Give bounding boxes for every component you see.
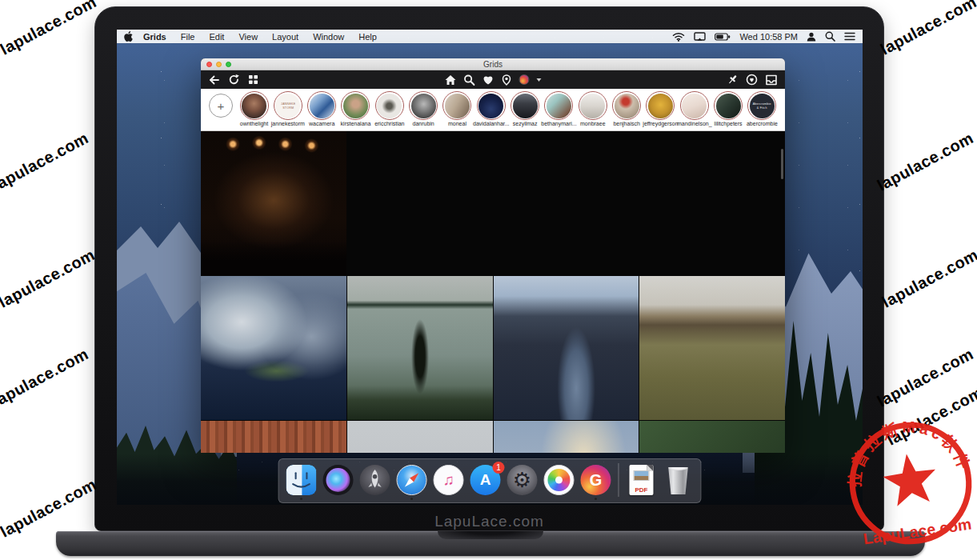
stories-list: ownthelightJANNEKE STORMjannekestormwaca… [238,91,779,126]
chevron-down-icon[interactable] [537,78,542,82]
add-story-button[interactable]: + [209,94,233,118]
photo-deer-in-field[interactable] [639,276,785,420]
dock-pdf-file[interactable]: PDF [627,465,657,495]
finder-icon [286,465,317,495]
photo-lake-bather[interactable] [347,276,493,420]
menu-file[interactable]: File [174,32,202,42]
story-username: ericchristian [374,121,404,126]
story-avatar: JANNEKE STORM [275,94,300,118]
story-username: kirstenalana [341,121,371,126]
menu-edit[interactable]: Edit [202,32,231,42]
dock-finder[interactable] [286,465,317,495]
itunes-note-icon: ♫ [434,465,464,495]
dock-safari[interactable] [397,465,427,495]
inbox-icon[interactable] [765,74,778,86]
macbook-base [56,531,925,556]
menu-view[interactable]: View [231,32,265,42]
photo-white-flower[interactable] [494,131,639,275]
likes-heart-icon[interactable] [482,74,495,85]
story-item[interactable]: moneal [441,91,474,126]
story-item[interactable]: wacamera [306,91,338,126]
dock-system-preferences[interactable]: ⚙ [507,465,538,495]
photo-river-valley-dusk[interactable] [494,276,639,420]
menu-window[interactable]: Window [306,32,351,42]
dock-trash[interactable] [663,465,694,495]
apple-menu-icon[interactable] [124,31,133,42]
brand-label: LapuLace.com [95,513,883,530]
story-username: wacamera [309,121,334,126]
photo-woman-by-window[interactable] [639,131,785,275]
search-icon[interactable] [825,31,835,42]
notification-center-icon[interactable] [844,32,855,41]
story-avatar [242,94,266,118]
dock-divider [619,463,619,497]
story-item[interactable]: lilitchpeters [712,91,745,126]
story-item[interactable]: ericchristian [373,91,406,126]
story-item[interactable]: davidalanhar... [474,91,507,126]
grid-view-icon[interactable] [248,74,258,85]
photo-green-forest[interactable] [639,421,785,453]
story-item[interactable]: sezyilmaz [509,91,542,126]
story-item[interactable]: bethanymari... [543,91,575,126]
photo-concert-stage-lights[interactable] [201,131,346,275]
photos-flower-icon [544,465,575,495]
pin-icon[interactable] [727,74,739,86]
photo-woman-orange-dress[interactable] [347,131,493,275]
activity-heart-icon[interactable] [746,74,758,86]
photo-red-rock-texture[interactable] [201,421,346,453]
story-avatar [547,94,571,118]
profile-avatar[interactable] [519,74,530,85]
story-item[interactable]: danrubin [407,91,440,126]
dock: ♫ A 1 ⚙ G PDF [278,458,702,503]
siri-icon [323,465,354,495]
menu-layout[interactable]: Layout [265,32,306,42]
wifi-icon[interactable] [672,32,685,42]
search-icon[interactable] [464,74,475,86]
display-mirroring-icon[interactable] [694,32,706,42]
story-avatar [513,94,538,118]
dock-itunes[interactable]: ♫ [434,465,464,495]
menu-help[interactable]: Help [351,32,384,42]
photo-storm-clouds-fjord[interactable] [201,276,346,420]
window-titlebar[interactable]: Grids [201,58,785,70]
story-item[interactable]: jeffreydgerson [644,91,677,126]
dock-siri[interactable] [323,465,354,495]
story-avatar: Abercrombie & Fitch [750,94,775,118]
window-toolbar [201,70,785,89]
window-scrollbar[interactable] [781,149,783,179]
menu-grids[interactable]: Grids [136,32,174,42]
refresh-icon[interactable] [228,74,240,86]
story-item[interactable]: Abercrombie & Fitchabercrombie [746,91,779,126]
story-username: davidalanhar... [473,121,510,126]
story-item[interactable]: benjhaisch [611,91,643,126]
safari-compass-icon [397,465,427,495]
story-avatar [478,94,503,118]
dock-app-store[interactable]: A 1 [470,465,501,495]
menu-bar: GridsFileEditViewLayoutWindowHelp Wed 10… [117,30,863,43]
dock-photos[interactable] [544,465,575,495]
story-username: sezyilmaz [513,121,538,126]
story-avatar [615,94,639,118]
menu-items: GridsFileEditViewLayoutWindowHelp [136,32,384,42]
back-icon[interactable] [208,74,220,86]
location-pin-icon[interactable] [502,74,512,86]
trash-icon [667,467,690,494]
user-icon[interactable] [807,32,816,42]
story-item[interactable]: kirstenalana [339,91,372,126]
story-item[interactable]: mandinelson_ [678,91,711,126]
menu-bar-status: Wed 10:58 PM [672,31,855,42]
story-avatar [445,94,470,118]
story-item[interactable]: ownthelight [238,91,270,126]
pdf-file-icon: PDF [630,465,654,495]
photo-grey-mist[interactable] [347,421,493,453]
story-username: moneal [448,121,466,126]
story-item[interactable]: JANNEKE STORMjannekestorm [271,91,304,126]
battery-icon[interactable] [715,33,731,41]
dock-launchpad[interactable] [360,465,390,495]
home-icon[interactable] [445,74,457,86]
story-avatar [580,94,605,118]
menu-bar-clock[interactable]: Wed 10:58 PM [739,32,798,42]
dock-grids-app[interactable]: G [581,465,611,495]
photo-dusk-clouds[interactable] [494,421,639,453]
story-item[interactable]: monbraee [576,91,609,126]
